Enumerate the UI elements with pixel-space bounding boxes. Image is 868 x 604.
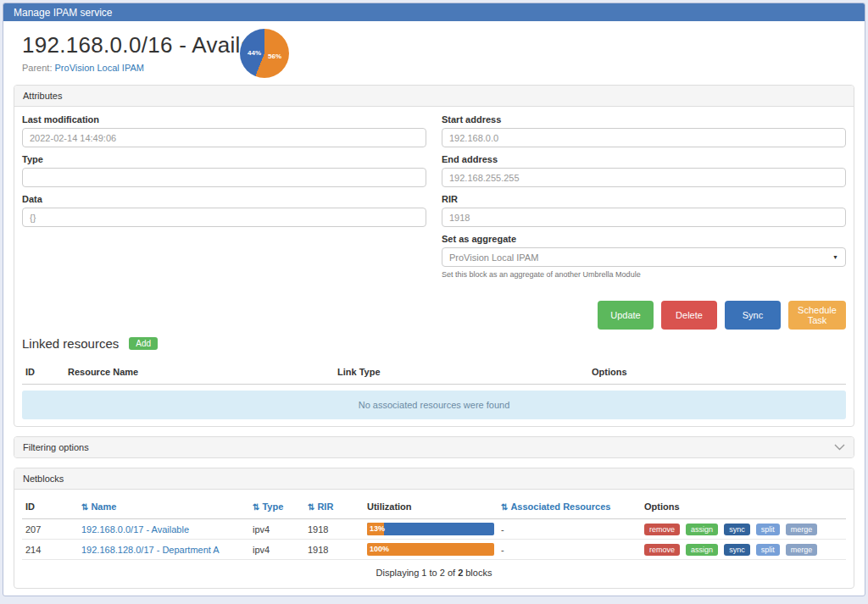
- merge-button[interactable]: merge: [786, 544, 818, 556]
- utilization-fill: 13%: [367, 523, 384, 535]
- netblocks-heading: Netblocks: [14, 468, 854, 490]
- filtering-options-panel: Filtering options: [14, 436, 854, 458]
- chevron-down-icon: [834, 444, 845, 451]
- nb-col-name-sort[interactable]: ⇅Name: [78, 497, 249, 519]
- attributes-panel: Attributes Last modification Type D: [14, 85, 854, 427]
- netblocks-panel: Netblocks ID ⇅Name ⇅Type ⇅RIR Utilizatio…: [14, 468, 854, 589]
- sort-icon: ⇅: [501, 502, 508, 512]
- no-resources-alert: No associated resources were found: [22, 391, 846, 419]
- utilization-bar: 13%: [367, 523, 494, 535]
- lr-col-id: ID: [22, 363, 64, 385]
- aggregate-help-text: Set this block as an aggregate of anothe…: [442, 270, 846, 279]
- remove-button[interactable]: remove: [644, 544, 680, 556]
- sync-row-button[interactable]: sync: [724, 524, 750, 535]
- netblocks-body: ID ⇅Name ⇅Type ⇅RIR Utilization ⇅Associa…: [14, 490, 854, 588]
- field-start-address: Start address: [442, 114, 846, 147]
- nb-row-associated: -: [498, 519, 641, 540]
- sync-row-button[interactable]: sync: [724, 544, 750, 556]
- nb-row-rir: 1918: [304, 540, 364, 560]
- nb-col-rir-sort[interactable]: ⇅RIR: [304, 497, 364, 519]
- sort-icon: ⇅: [81, 502, 88, 512]
- assign-button[interactable]: assign: [686, 544, 718, 556]
- nb-row-options: remove assign sync split merge: [641, 540, 846, 560]
- utilization-bar: 100%: [367, 543, 494, 556]
- aggregate-select[interactable]: ProVision Local IPAM ▼: [442, 247, 846, 267]
- field-data: Data: [22, 194, 426, 227]
- linked-resources-table: ID Resource Name Link Type Options: [22, 363, 846, 385]
- pie-label-orange: 56%: [268, 53, 281, 60]
- add-linked-resource-button[interactable]: Add: [129, 337, 158, 350]
- nb-col-options: Options: [641, 497, 846, 519]
- last-modification-input[interactable]: [22, 128, 426, 147]
- linked-resources-heading: Linked resources Add: [22, 336, 846, 351]
- lr-col-resource-name: Resource Name: [64, 363, 334, 385]
- start-address-input[interactable]: [442, 128, 846, 147]
- nb-row-options: remove assign sync split merge: [641, 519, 846, 540]
- pie-label-blue: 44%: [248, 49, 261, 57]
- pagination-prefix: Displaying 1 to 2 of: [376, 568, 456, 578]
- modal-body: 192.168.0.0/16 - Available Parent: ProVi…: [3, 21, 865, 589]
- nb-row-type: ipv4: [249, 540, 304, 560]
- nb-row-associated: -: [498, 540, 641, 560]
- attributes-heading: Attributes: [14, 86, 854, 107]
- sync-button[interactable]: Sync: [725, 301, 781, 330]
- netblock-link[interactable]: 192.168.128.0/17 - Department A: [81, 545, 220, 555]
- data-label: Data: [22, 194, 426, 204]
- chevron-down-icon: ▼: [832, 254, 838, 260]
- utilization-pie-chart: 44% 56%: [240, 29, 289, 78]
- attributes-body: Last modification Type Data: [14, 107, 854, 426]
- assign-button[interactable]: assign: [686, 524, 718, 535]
- end-address-input[interactable]: [442, 168, 846, 187]
- modal-title-bar: Manage IPAM service: [3, 3, 865, 21]
- rir-label: RIR: [442, 194, 846, 204]
- pagination-status: Displaying 1 to 2 of2blocks: [22, 560, 846, 581]
- form-column-left: Last modification Type Data: [22, 114, 426, 285]
- schedule-task-button[interactable]: Schedule Task: [788, 301, 846, 330]
- field-rir: RIR: [442, 194, 846, 227]
- aggregate-label: Set as aggregate: [442, 234, 846, 244]
- nb-col-utilization: Utilization: [364, 497, 498, 519]
- parent-line: Parent: ProVision Local IPAM: [22, 63, 846, 73]
- nb-col-id: ID: [22, 497, 78, 519]
- pagination-suffix: blocks: [465, 568, 492, 578]
- nb-col-type-sort[interactable]: ⇅Type: [249, 497, 304, 519]
- page-title: 192.168.0.0/16 - Available: [22, 32, 846, 58]
- manage-ipam-modal: Manage IPAM service 192.168.0.0/16 - Ava…: [3, 3, 865, 596]
- merge-button[interactable]: merge: [786, 524, 818, 535]
- field-end-address: End address: [442, 154, 846, 187]
- parent-label: Parent:: [22, 63, 52, 73]
- parent-link[interactable]: ProVision Local IPAM: [55, 63, 144, 73]
- netblocks-header-row: ID ⇅Name ⇅Type ⇅RIR Utilization ⇅Associa…: [22, 497, 846, 519]
- action-buttons: Update Delete Sync Schedule Task: [22, 301, 846, 330]
- pagination-count: 2: [458, 568, 463, 578]
- type-input[interactable]: [22, 168, 426, 187]
- remove-button[interactable]: remove: [644, 524, 680, 535]
- netblock-link[interactable]: 192.168.0.0/17 - Available: [81, 524, 189, 535]
- lr-col-options: Options: [588, 363, 846, 385]
- update-button[interactable]: Update: [598, 301, 654, 330]
- delete-button[interactable]: Delete: [661, 301, 717, 330]
- sort-icon: ⇅: [308, 502, 314, 512]
- last-modification-label: Last modification: [22, 114, 426, 125]
- split-button[interactable]: split: [756, 544, 780, 556]
- lr-col-link-type: Link Type: [334, 363, 588, 385]
- start-address-label: Start address: [442, 114, 846, 125]
- type-label: Type: [22, 154, 426, 164]
- aggregate-selected-value: ProVision Local IPAM: [449, 252, 538, 263]
- nb-row-rir: 1918: [304, 519, 364, 540]
- nb-col-associated-sort[interactable]: ⇅Associated Resources: [498, 497, 641, 519]
- end-address-label: End address: [442, 154, 846, 164]
- rir-input[interactable]: [442, 208, 846, 227]
- nb-row-type: ipv4: [249, 519, 304, 540]
- netblock-row: 207 192.168.0.0/17 - Available ipv4 1918…: [22, 519, 846, 540]
- nb-row-id: 207: [22, 519, 78, 540]
- form-column-right: Start address End address RIR Set a: [442, 114, 846, 285]
- netblock-row: 214 192.168.128.0/17 - Department A ipv4…: [22, 540, 846, 560]
- field-type: Type: [22, 154, 426, 187]
- nb-row-id: 214: [22, 540, 78, 560]
- split-button[interactable]: split: [756, 524, 780, 535]
- filtering-options-label: Filtering options: [23, 442, 89, 452]
- sort-icon: ⇅: [253, 502, 259, 512]
- data-input[interactable]: [22, 208, 426, 227]
- filtering-options-toggle[interactable]: Filtering options: [14, 437, 854, 457]
